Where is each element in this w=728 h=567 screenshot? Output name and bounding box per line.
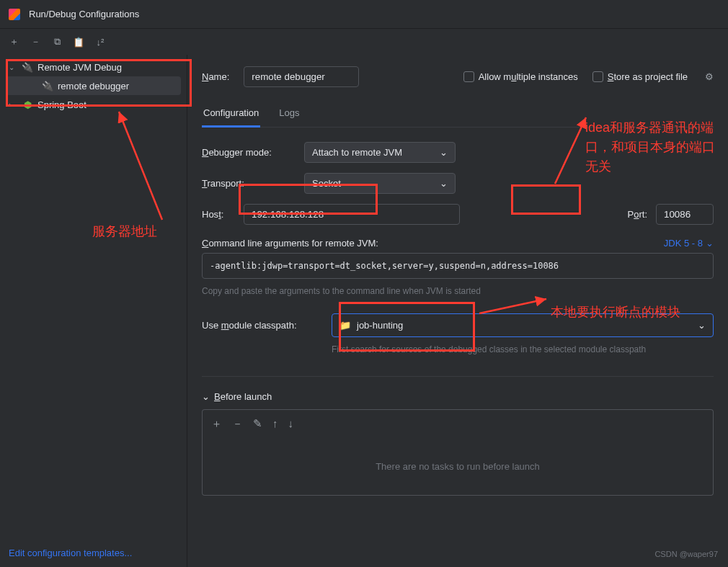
chevron-right-icon: ›	[9, 101, 19, 109]
debugger-mode-label: Debugger mode:	[202, 147, 296, 158]
move-up-button[interactable]: ↑	[272, 417, 278, 431]
module-label: Use module classpath:	[202, 320, 323, 331]
intellij-logo-icon	[9, 9, 20, 20]
spring-boot-icon: ⬢	[22, 99, 33, 110]
host-input[interactable]	[244, 204, 460, 225]
title-bar: Run/Debug Configurations	[0, 0, 728, 29]
before-launch-empty: There are no tasks to run before launch	[202, 438, 714, 496]
name-input[interactable]	[244, 66, 359, 87]
chevron-down-icon: ⌄	[440, 147, 448, 158]
checkbox-icon	[463, 71, 474, 82]
tree-item-remote-debugger[interactable]: 🔌 remote debugger	[6, 76, 181, 95]
copy-config-button[interactable]: ⧉	[49, 34, 65, 50]
module-classpath-select[interactable]: 📁 job-hunting ⌄	[332, 313, 714, 337]
remote-debug-icon: 🔌	[22, 61, 33, 73]
remote-debug-icon: 🔌	[42, 80, 53, 91]
window-title: Run/Debug Configurations	[29, 9, 139, 19]
host-label: Host:	[202, 209, 235, 220]
separator	[202, 376, 714, 377]
jdk-version-select[interactable]: JDK 5 - 8 ⌄	[664, 238, 714, 249]
edit-templates-link[interactable]: Edit configuration templates...	[9, 548, 132, 558]
chevron-down-icon: ⌄	[9, 63, 19, 71]
chevron-down-icon: ⌄	[706, 238, 714, 249]
cmdline-label: Command line arguments for remote JVM:	[202, 238, 378, 249]
checkbox-icon	[592, 71, 603, 82]
debugger-mode-select[interactable]: Attach to remote JVM ⌄	[304, 142, 456, 163]
tree-item-remote-jvm[interactable]: ⌄ 🔌 Remote JVM Debug	[6, 58, 181, 76]
save-config-button[interactable]: 📋	[71, 34, 86, 50]
transport-select[interactable]: Socket ⌄	[304, 173, 456, 194]
config-tabs: Configuration Logs	[202, 102, 714, 128]
port-label: Port:	[628, 209, 647, 220]
port-input[interactable]	[656, 204, 714, 225]
before-launch-toolbar: ＋ － ✎ ↑ ↓	[202, 409, 714, 438]
tree-label: Remote JVM Debug	[37, 62, 122, 73]
edit-task-button[interactable]: ✎	[253, 417, 262, 431]
tab-configuration[interactable]: Configuration	[202, 102, 260, 128]
tab-logs[interactable]: Logs	[278, 102, 301, 127]
chevron-down-icon: ⌄	[202, 391, 210, 402]
module-hint: First search for sources of the debugged…	[332, 344, 714, 354]
remove-task-button[interactable]: －	[232, 417, 243, 431]
copy-hint: Copy and paste the arguments to the comm…	[202, 286, 714, 296]
cmdline-output[interactable]: -agentlib:jdwp=transport=dt_socket,serve…	[202, 253, 714, 279]
add-task-button[interactable]: ＋	[211, 417, 222, 431]
config-toolbar: ＋ － ⧉ 📋 ↓²	[0, 29, 728, 55]
chevron-down-icon: ⌄	[698, 320, 706, 331]
store-project-checkbox[interactable]: Store as project file	[592, 71, 688, 82]
config-tree-sidebar: ⌄ 🔌 Remote JVM Debug 🔌 remote debugger ›…	[0, 55, 187, 567]
tree-label: remote debugger	[58, 81, 129, 91]
config-content: Name: Allow multiple instances Store as …	[187, 55, 728, 567]
add-config-button[interactable]: ＋	[6, 34, 22, 50]
folder-icon: 📁	[339, 320, 351, 331]
sort-config-button[interactable]: ↓²	[92, 34, 108, 50]
tree-label: Spring Boot	[37, 99, 86, 110]
chevron-down-icon: ⌄	[440, 178, 448, 189]
name-label: Name:	[202, 71, 229, 82]
watermark: CSDN @waper97	[654, 550, 718, 558]
before-launch-header[interactable]: ⌄ Before launch	[202, 391, 714, 402]
allow-multiple-checkbox[interactable]: Allow multiple instances	[463, 71, 578, 82]
transport-label: Transport:	[202, 178, 296, 189]
gear-icon[interactable]: ⚙	[705, 71, 714, 82]
remove-config-button[interactable]: －	[27, 34, 43, 50]
tree-item-spring-boot[interactable]: › ⬢ Spring Boot	[6, 95, 181, 114]
move-down-button[interactable]: ↓	[288, 417, 294, 431]
